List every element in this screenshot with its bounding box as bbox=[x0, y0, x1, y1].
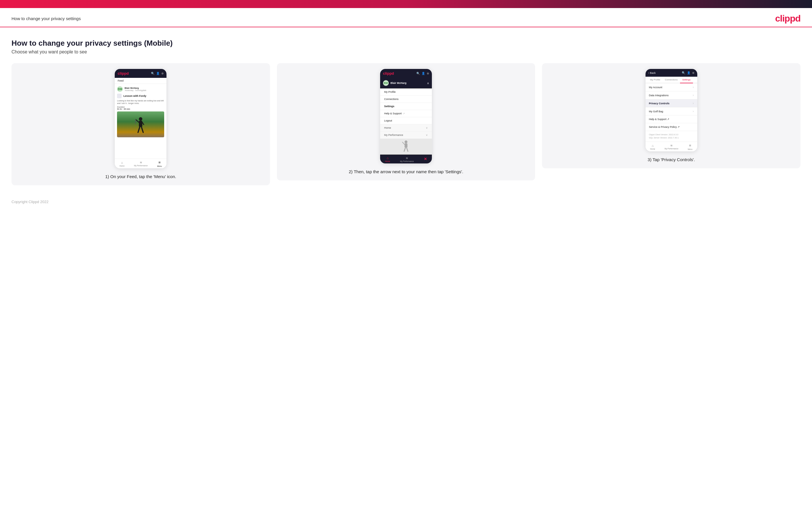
my-account-chevron: › bbox=[693, 86, 694, 89]
help-support-row-3[interactable]: Help & Support ↗ bbox=[646, 115, 697, 123]
my-golf-bag-chevron: › bbox=[693, 110, 694, 113]
help-support-label-3: Help & Support ↗ bbox=[649, 118, 670, 121]
performance-label-2: My Performance bbox=[400, 160, 414, 162]
dropdown-username: Blair McHarg bbox=[391, 81, 407, 84]
collapse-chevron: ∨ bbox=[426, 126, 428, 129]
svg-line-11 bbox=[407, 148, 408, 152]
settings-item[interactable]: Settings bbox=[380, 103, 432, 110]
feed-tab[interactable]: Feed bbox=[115, 78, 166, 84]
home-icon-3: ⌂ bbox=[652, 144, 654, 147]
version-line2: GQL Server Version: 2022.7.30-1 bbox=[649, 136, 694, 139]
service-privacy-row[interactable]: Service & Privacy Policy ↗ bbox=[646, 123, 697, 131]
phone-3-mockup: ‹ Back 🔍 👤 ⊕ My Profile Connections Sett… bbox=[646, 69, 697, 151]
phone2-logo: clippd bbox=[383, 71, 394, 75]
menu-icon-3: ≡ bbox=[689, 143, 691, 148]
my-performance-collapse-item[interactable]: My Performance ∨ bbox=[380, 131, 432, 139]
search-icon-3: 🔍 bbox=[682, 71, 685, 74]
phone2-bg-content bbox=[380, 139, 432, 155]
connections-tab[interactable]: Connections bbox=[662, 77, 680, 83]
home-collapse-item[interactable]: Home ∨ bbox=[380, 124, 432, 131]
svg-line-6 bbox=[135, 119, 136, 124]
phone1-feed: BM Blair McHarg Yesterday · Sunningdale … bbox=[115, 84, 166, 159]
svg-line-4 bbox=[138, 127, 140, 132]
svg-line-9 bbox=[402, 142, 405, 145]
svg-point-7 bbox=[405, 140, 407, 143]
phone3-tabs: My Profile Connections Settings bbox=[646, 77, 697, 83]
step-2-card: clippd 🔍 👤 ⊕ BM Blair McHarg ∧ bbox=[277, 63, 536, 180]
settings-list: My Account › Data Integrations › Privacy… bbox=[646, 83, 697, 142]
dropdown-chevron-icon[interactable]: ∧ bbox=[427, 81, 429, 85]
home-nav-2[interactable]: ⌂ Home bbox=[385, 156, 390, 162]
feed-user-info: Blair McHarg Yesterday · Sunningdale bbox=[124, 87, 146, 91]
dropdown-avatar: BM bbox=[383, 80, 389, 86]
performance-label: My Performance bbox=[134, 165, 148, 167]
privacy-controls-row[interactable]: Privacy Controls › bbox=[646, 99, 697, 107]
menu-nav-item[interactable]: ≡ Menu bbox=[157, 160, 162, 167]
step-3-caption: 3) Tap 'Privacy Controls'. bbox=[648, 157, 695, 163]
home-icon-2: ⌂ bbox=[387, 156, 389, 160]
performance-nav-3[interactable]: ≋ My Performance bbox=[664, 144, 678, 150]
bg-golfer-icon bbox=[402, 139, 410, 154]
top-bar bbox=[0, 0, 812, 8]
close-icon: ✕ bbox=[424, 157, 427, 161]
page-title: How to change your privacy settings (Mob… bbox=[11, 39, 801, 48]
performance-nav-2[interactable]: ≋ My Performance bbox=[400, 157, 414, 162]
menu-icon: ≡ bbox=[158, 160, 161, 165]
logo: clippd bbox=[775, 13, 801, 24]
version-info: Clippd Client Version: 2022.8.3-3 GQL Se… bbox=[646, 131, 697, 142]
phone-2-mockup: clippd 🔍 👤 ⊕ BM Blair McHarg ∧ bbox=[380, 69, 432, 163]
feed-lesson-row: Lesson with Fordy bbox=[117, 94, 164, 98]
settings-icon: ⊕ bbox=[161, 72, 164, 75]
golfer-silhouette bbox=[135, 117, 146, 137]
feed-lesson-title: Lesson with Fordy bbox=[123, 95, 146, 97]
back-button[interactable]: ‹ Back bbox=[648, 71, 656, 74]
menu-nav-3[interactable]: ≡ Menu bbox=[688, 143, 693, 150]
step-1-caption: 1) On your Feed, tap the 'Menu' icon. bbox=[105, 173, 176, 179]
privacy-controls-label: Privacy Controls bbox=[649, 102, 670, 105]
menu-label: Menu bbox=[157, 165, 162, 167]
settings-tab[interactable]: Settings bbox=[680, 77, 693, 83]
my-golf-bag-label: My Golf Bag bbox=[649, 110, 663, 113]
privacy-controls-chevron: › bbox=[693, 102, 694, 105]
home-label-3: Home bbox=[650, 148, 655, 150]
phone2-header: clippd 🔍 👤 ⊕ bbox=[380, 69, 432, 78]
home-nav-3[interactable]: ⌂ Home bbox=[650, 144, 655, 150]
my-profile-tab[interactable]: My Profile bbox=[648, 77, 663, 83]
phone2-icons: 🔍 👤 ⊕ bbox=[416, 72, 429, 75]
my-golf-bag-row[interactable]: My Golf Bag › bbox=[646, 107, 697, 115]
svg-rect-8 bbox=[405, 143, 407, 148]
feed-lesson-icon bbox=[117, 94, 121, 98]
my-performance-collapse-label: My Performance bbox=[384, 133, 403, 136]
dropdown-user-row[interactable]: BM Blair McHarg ∧ bbox=[380, 78, 432, 89]
my-account-label: My Account bbox=[649, 86, 662, 89]
home-nav-item[interactable]: ⌂ Home bbox=[119, 161, 124, 167]
dropdown-user-left: BM Blair McHarg bbox=[383, 80, 407, 86]
phone1-logo: clippd bbox=[117, 71, 129, 75]
feed-image bbox=[117, 111, 164, 137]
home-collapse-label: Home bbox=[384, 126, 391, 129]
phone1-icons: 🔍 👤 ⊕ bbox=[151, 72, 164, 75]
phone-1-mockup: clippd 🔍 👤 ⊕ Feed BM Blair McHarg bbox=[115, 69, 166, 168]
home-label: Home bbox=[119, 165, 124, 167]
main-content: How to change your privacy settings (Mob… bbox=[0, 27, 812, 191]
my-account-row[interactable]: My Account › bbox=[646, 83, 697, 91]
step-3-card: ‹ Back 🔍 👤 ⊕ My Profile Connections Sett… bbox=[542, 63, 801, 168]
svg-rect-1 bbox=[139, 121, 142, 127]
feed-username: Blair McHarg bbox=[124, 87, 146, 89]
logout-item[interactable]: Logout bbox=[380, 117, 432, 124]
search-icon-2: 🔍 bbox=[416, 72, 420, 75]
data-integrations-row[interactable]: Data Integrations › bbox=[646, 91, 697, 99]
external-icon: ↗ bbox=[403, 112, 405, 115]
phone2-bottom-nav: ⌂ Home ≋ My Performance ✕ bbox=[380, 155, 432, 163]
home-icon: ⌂ bbox=[121, 161, 123, 164]
svg-line-3 bbox=[142, 122, 144, 125]
settings-icon-2: ⊕ bbox=[427, 72, 429, 75]
help-support-item[interactable]: Help & Support ↗ bbox=[380, 110, 432, 117]
settings-icon-3: ⊕ bbox=[692, 71, 695, 74]
close-nav-2[interactable]: ✕ bbox=[424, 157, 427, 162]
connections-item[interactable]: Connections bbox=[380, 96, 432, 103]
performance-nav-item[interactable]: ≋ My Performance bbox=[134, 161, 148, 167]
copyright-text: Copyright Clippd 2022 bbox=[11, 200, 49, 204]
data-integrations-label: Data Integrations bbox=[649, 94, 669, 97]
my-profile-item[interactable]: My Profile bbox=[380, 89, 432, 96]
